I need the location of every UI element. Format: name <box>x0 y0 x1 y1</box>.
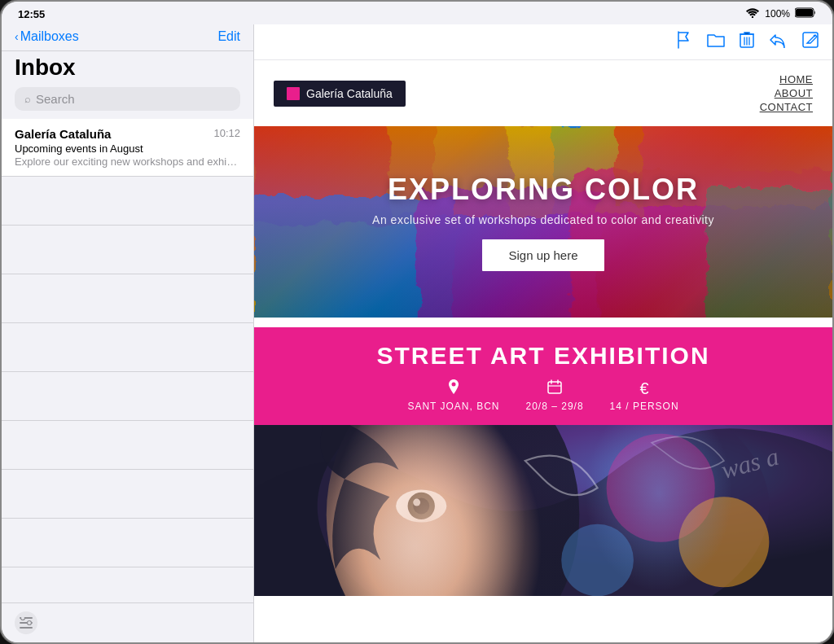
price-text: 14 / PERSON <box>610 401 679 412</box>
svg-point-0 <box>752 16 753 18</box>
date-text: 20/8 – 29/8 <box>526 401 584 412</box>
search-icon: ⌕ <box>24 93 31 105</box>
empty-items <box>2 177 253 567</box>
nav-link-home[interactable]: HOME <box>779 73 813 85</box>
street-art-details: SANT JOAN, BCN 20/8 – 29/8 € <box>274 379 813 412</box>
location-detail: SANT JOAN, BCN <box>407 379 499 412</box>
status-icons: 100% <box>745 7 816 20</box>
empty-row <box>2 421 253 470</box>
logo-square-icon <box>287 87 300 100</box>
email-item[interactable]: Galería Cataluña 10:12 Upcoming events i… <box>2 119 253 177</box>
location-text: SANT JOAN, BCN <box>407 401 499 412</box>
empty-row <box>2 274 253 323</box>
reply-button[interactable] <box>769 32 787 52</box>
edit-button[interactable]: Edit <box>217 29 240 44</box>
mural-overlay <box>254 425 832 596</box>
svg-point-6 <box>21 617 25 620</box>
inbox-title: Inbox <box>2 51 253 87</box>
nav-link-about[interactable]: ABOUT <box>775 87 813 99</box>
street-art-header: STREET ART EXHIBITION SANT JOAN, BCN <box>254 327 832 425</box>
empty-row <box>2 372 253 421</box>
empty-row <box>2 519 253 567</box>
svg-point-21 <box>451 383 455 387</box>
nav-links: HOME ABOUT CONTACT <box>760 73 813 113</box>
status-time: 12:55 <box>18 8 45 20</box>
wifi-icon <box>745 7 760 20</box>
battery-icon <box>795 7 816 20</box>
calendar-icon <box>547 379 562 398</box>
chevron-left-icon: ‹ <box>15 30 19 43</box>
street-art-title: STREET ART EXHIBITION <box>274 342 813 370</box>
email-nav-header: Galería Cataluña HOME ABOUT CONTACT <box>254 60 832 126</box>
email-preview: Explore our exciting new workshops and e… <box>15 156 240 168</box>
filter-icon[interactable] <box>15 611 37 634</box>
email-subject: Upcoming events in August <box>15 142 240 155</box>
email-body[interactable]: Galería Cataluña HOME ABOUT CONTACT <box>254 60 832 642</box>
svg-rect-5 <box>20 627 33 629</box>
status-bar: 12:55 100% <box>2 2 832 24</box>
email-sender: Galería Cataluña <box>15 127 111 141</box>
svg-point-7 <box>28 621 32 625</box>
flag-button[interactable] <box>676 31 692 53</box>
search-placeholder: Search <box>36 92 75 106</box>
logo-text: Galería Cataluña <box>306 87 393 100</box>
email-item-header: Galería Cataluña 10:12 <box>15 127 240 141</box>
svg-rect-2 <box>796 9 813 16</box>
folder-button[interactable] <box>707 33 725 51</box>
search-bar[interactable]: ⌕ Search <box>15 87 240 111</box>
email-toolbar <box>254 24 832 60</box>
email-time: 10:12 <box>213 127 240 139</box>
hero-banner: EXPLORING COLOR An exclusive set of work… <box>254 126 832 318</box>
mailboxes-label: Mailboxes <box>20 29 79 44</box>
battery-label: 100% <box>765 8 790 20</box>
street-art-section: STREET ART EXHIBITION SANT JOAN, BCN <box>254 327 832 596</box>
price-icon: € <box>640 379 649 398</box>
email-list: Galería Cataluña 10:12 Upcoming events i… <box>2 119 253 602</box>
empty-row <box>2 226 253 274</box>
empty-row <box>2 323 253 372</box>
signup-button[interactable]: Sign up here <box>482 239 604 271</box>
hero-title: EXPLORING COLOR <box>388 173 699 207</box>
nav-link-contact[interactable]: CONTACT <box>760 101 813 113</box>
empty-row <box>2 177 253 226</box>
date-detail: 20/8 – 29/8 <box>526 379 584 412</box>
email-html-content: Galería Cataluña HOME ABOUT CONTACT <box>254 60 832 596</box>
gallery-logo: Galería Cataluña <box>274 81 406 107</box>
compose-button[interactable] <box>801 31 819 53</box>
ipad-frame: 12:55 100% ‹ Mailboxes Edit Inbox <box>0 0 834 644</box>
sidebar-header: ‹ Mailboxes Edit <box>2 24 253 51</box>
hero-overlay: EXPLORING COLOR An exclusive set of work… <box>254 126 832 318</box>
sidebar: ‹ Mailboxes Edit Inbox ⌕ Search Galería … <box>2 24 254 642</box>
price-detail: € 14 / PERSON <box>610 379 679 412</box>
empty-row <box>2 470 253 519</box>
trash-button[interactable] <box>740 31 754 53</box>
svg-rect-22 <box>548 382 561 393</box>
mailboxes-button[interactable]: ‹ Mailboxes <box>15 29 79 44</box>
sidebar-footer <box>2 602 253 642</box>
email-content: Galería Cataluña HOME ABOUT CONTACT <box>254 24 832 642</box>
street-art-image: was a <box>254 425 832 596</box>
location-icon <box>448 379 459 398</box>
hero-subtitle: An exclusive set of workshops dedicated … <box>372 213 714 226</box>
main-area: ‹ Mailboxes Edit Inbox ⌕ Search Galería … <box>2 24 832 642</box>
